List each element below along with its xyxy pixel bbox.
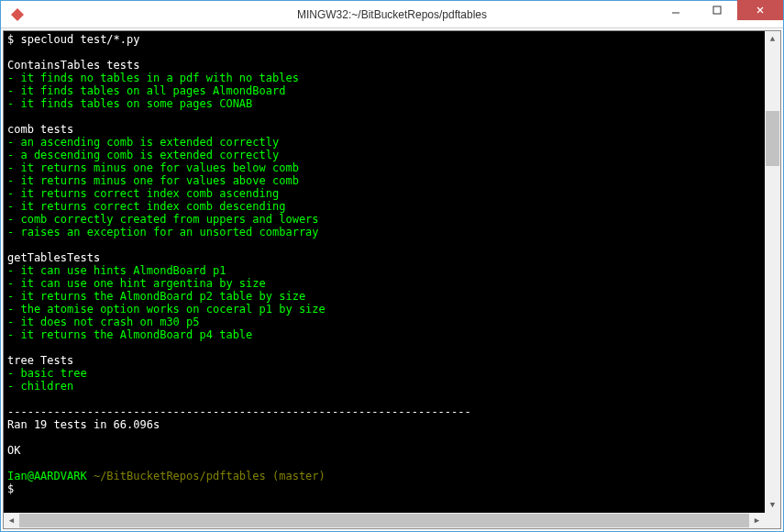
terminal-content[interactable]: $ specloud test/*.py ContainsTables test… [4,31,765,513]
scrollbar-corner [765,513,780,528]
maximize-button[interactable] [696,0,737,20]
scroll-up-arrow[interactable]: ▲ [765,31,780,47]
close-button[interactable] [737,0,783,20]
horizontal-scrollbar[interactable]: ◀ ▶ [4,513,765,528]
svg-rect-2 [713,6,721,14]
vertical-scrollbar[interactable]: ▲ ▼ [765,31,780,513]
scroll-down-arrow[interactable]: ▼ [765,497,780,513]
svg-marker-0 [11,8,24,21]
titlebar[interactable]: MINGW32:~/BitBucketRepos/pdftables [1,1,783,28]
minimize-button[interactable] [655,0,696,20]
horizontal-scroll-track[interactable] [19,513,749,528]
scroll-left-arrow[interactable]: ◀ [4,513,19,528]
window-controls [655,1,783,28]
scroll-right-arrow[interactable]: ▶ [749,513,765,528]
vertical-scroll-thumb[interactable] [766,111,779,166]
app-icon [10,7,25,22]
terminal-window: MINGW32:~/BitBucketRepos/pdftables $ spe… [0,0,784,532]
vertical-scroll-track[interactable] [765,47,780,497]
terminal-area: $ specloud test/*.py ContainsTables test… [3,30,781,529]
horizontal-scroll-thumb[interactable] [19,514,749,527]
